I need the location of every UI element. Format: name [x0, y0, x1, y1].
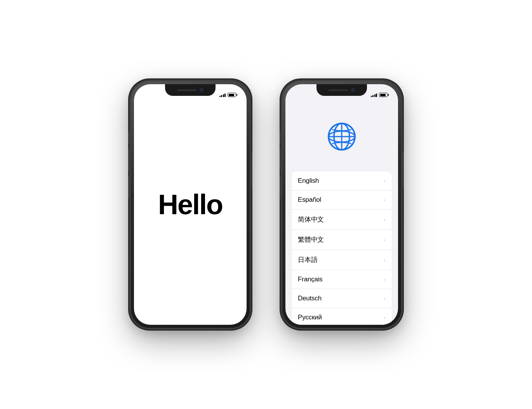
language-label-english: English: [298, 177, 319, 185]
battery-fill: [229, 94, 234, 96]
front-camera: [200, 88, 203, 92]
signal-bar-2: [221, 95, 222, 97]
chevron-right-icon-russian: ›: [384, 314, 386, 321]
language-screen: English › Español › 简体中文 › 繁體中文 ›: [285, 84, 398, 325]
volume-up-button-2[interactable]: [280, 148, 282, 172]
signal-bar-2-2: [372, 95, 374, 97]
chevron-right-icon-english: ›: [384, 178, 386, 184]
language-label-russian: Русский: [298, 314, 322, 321]
volume-down-button-2[interactable]: [280, 175, 282, 199]
signal-bar-2-1: [371, 96, 372, 97]
battery-fill-2: [380, 94, 386, 96]
status-icons: [219, 93, 238, 97]
language-phone-screen: English › Español › 简体中文 › 繁體中文 ›: [285, 84, 398, 325]
battery-icon: [228, 93, 237, 97]
speaker: [177, 89, 196, 91]
signal-bar-3: [223, 94, 224, 97]
mute-button[interactable]: [128, 131, 130, 144]
signal-bar-2-3: [374, 94, 376, 97]
chevron-right-icon-japanese: ›: [384, 257, 386, 263]
hello-phone-screen: Hello: [134, 84, 247, 325]
language-item-english[interactable]: English ›: [292, 172, 392, 191]
signal-bar-1: [219, 96, 221, 97]
signal-bar-4: [224, 94, 226, 97]
signal-icon: [219, 93, 226, 97]
language-item-espanol[interactable]: Español ›: [292, 191, 392, 210]
language-item-russian[interactable]: Русский ›: [292, 308, 392, 325]
power-button[interactable]: [250, 152, 252, 187]
hello-text: Hello: [158, 189, 223, 220]
battery-tip: [236, 94, 237, 96]
language-item-german[interactable]: Deutsch ›: [292, 289, 392, 308]
language-label-simplified-chinese: 简体中文: [298, 215, 324, 224]
phone-language: English › Español › 简体中文 › 繁體中文 ›: [282, 80, 402, 329]
volume-up-button[interactable]: [128, 148, 130, 172]
chevron-right-icon-espanol: ›: [384, 197, 386, 203]
mute-button-2[interactable]: [280, 131, 282, 144]
language-item-traditional-chinese[interactable]: 繁體中文 ›: [292, 230, 392, 250]
speaker-2: [329, 89, 348, 91]
power-button-2[interactable]: [402, 152, 404, 187]
battery-tip-2: [388, 94, 389, 96]
battery-icon-2: [379, 93, 389, 97]
chevron-right-icon-traditional-chinese: ›: [384, 237, 386, 243]
language-label-traditional-chinese: 繁體中文: [298, 235, 324, 244]
signal-icon-2: [371, 93, 377, 97]
chevron-right-icon-french: ›: [384, 276, 386, 282]
chevron-right-icon-simplified-chinese: ›: [384, 217, 386, 223]
chevron-right-icon-german: ›: [384, 295, 386, 302]
phone-hello: Hello: [130, 80, 250, 329]
notch: [165, 84, 216, 96]
language-label-espanol: Español: [298, 196, 321, 204]
volume-down-button[interactable]: [128, 175, 130, 199]
language-item-japanese[interactable]: 日本語 ›: [292, 250, 392, 270]
notch-2: [316, 84, 367, 96]
battery-body-2: [379, 93, 388, 97]
language-label-japanese: 日本語: [298, 255, 317, 264]
hello-screen: Hello: [134, 84, 247, 325]
language-label-german: Deutsch: [298, 295, 322, 302]
battery-body: [228, 93, 236, 97]
status-icons-2: [371, 93, 389, 97]
globe-icon: [326, 121, 357, 152]
signal-bar-2-4: [376, 94, 377, 97]
language-list: English › Español › 简体中文 › 繁體中文 ›: [292, 172, 392, 325]
language-label-french: Français: [298, 276, 323, 283]
language-item-french[interactable]: Français ›: [292, 270, 392, 289]
language-item-simplified-chinese[interactable]: 简体中文 ›: [292, 210, 392, 230]
phones-container: Hello: [0, 0, 532, 409]
front-camera-2: [351, 88, 355, 92]
